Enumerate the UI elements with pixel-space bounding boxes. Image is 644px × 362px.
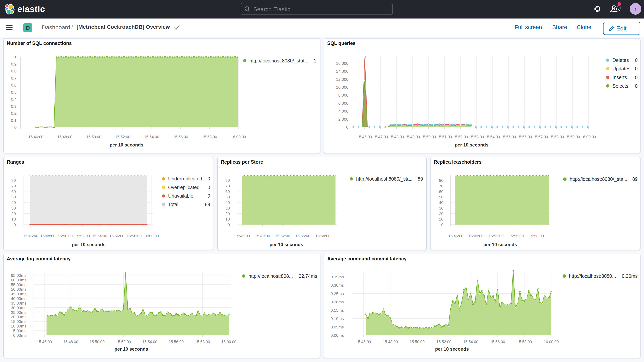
svg-text:60: 60 xyxy=(226,189,230,194)
svg-text:80: 80 xyxy=(12,178,16,182)
svg-text:10: 10 xyxy=(12,217,16,221)
svg-text:0: 0 xyxy=(208,185,210,190)
svg-text:14,000: 14,000 xyxy=(336,69,348,74)
svg-text:0: 0 xyxy=(228,222,230,227)
svg-text:12,000: 12,000 xyxy=(336,77,348,82)
svg-text:15:54:00: 15:54:00 xyxy=(142,340,157,344)
svg-text:15:46:00: 15:46:00 xyxy=(23,234,38,238)
svg-text:60.00ms: 60.00ms xyxy=(11,278,26,282)
svg-text:15:54:00: 15:54:00 xyxy=(485,135,500,139)
svg-text:16:00:00: 16:00:00 xyxy=(231,135,246,139)
svg-text:16:00:00: 16:00:00 xyxy=(581,135,596,139)
svg-text:15:46:00: 15:46:00 xyxy=(356,340,371,344)
svg-text:20.00ms: 20.00ms xyxy=(11,314,26,319)
svg-text:15:52:00: 15:52:00 xyxy=(75,234,90,238)
svg-text:89: 89 xyxy=(418,176,423,182)
svg-text:15:55:00: 15:55:00 xyxy=(295,234,310,238)
svg-text:15:52:00: 15:52:00 xyxy=(488,234,504,238)
svg-text:http://localhost:8080/_stat...: http://localhost:8080/_stat... xyxy=(250,58,308,64)
svg-text:5.00ms: 5.00ms xyxy=(13,328,26,333)
svg-text:15:58:00: 15:58:00 xyxy=(529,234,544,238)
svg-text:8,000: 8,000 xyxy=(338,93,348,97)
svg-text:0.35ms: 0.35ms xyxy=(330,275,344,279)
svg-text:0: 0 xyxy=(14,222,16,227)
svg-text:per 10 seconds: per 10 seconds xyxy=(435,346,469,352)
svg-text:0.3: 0.3 xyxy=(11,104,16,108)
svg-text:15:52:00: 15:52:00 xyxy=(275,234,290,238)
svg-text:30: 30 xyxy=(12,206,16,210)
svg-text:10: 10 xyxy=(226,217,230,221)
svg-text:15:46:00: 15:46:00 xyxy=(448,234,463,238)
svg-text:30: 30 xyxy=(226,206,230,210)
svg-text:40: 40 xyxy=(439,200,444,205)
svg-text:0.9: 0.9 xyxy=(11,62,16,66)
svg-text:89: 89 xyxy=(205,202,210,207)
svg-text:http://localhost:8080/_sta...: http://localhost:8080/_sta... xyxy=(356,176,414,182)
svg-text:50: 50 xyxy=(12,195,16,199)
svg-text:0.8: 0.8 xyxy=(11,69,16,73)
svg-text:15:46:00: 15:46:00 xyxy=(28,135,44,139)
svg-text:15:52:00: 15:52:00 xyxy=(116,340,131,344)
svg-text:16:00:00: 16:00:00 xyxy=(144,234,159,238)
svg-text:0.7: 0.7 xyxy=(11,76,16,80)
svg-text:30: 30 xyxy=(439,206,444,210)
svg-text:80: 80 xyxy=(439,178,444,182)
svg-text:per 10 seconds: per 10 seconds xyxy=(270,242,303,247)
svg-text:35.00ms: 35.00ms xyxy=(11,301,26,305)
svg-text:0: 0 xyxy=(208,193,210,198)
svg-text:Unavailable: Unavailable xyxy=(168,193,194,198)
svg-text:15:49:00: 15:49:00 xyxy=(255,234,270,238)
svg-text:20: 20 xyxy=(439,212,444,216)
svg-text:40: 40 xyxy=(12,200,16,205)
svg-text:0: 0 xyxy=(14,125,16,130)
svg-text:15:52:00: 15:52:00 xyxy=(115,135,130,139)
svg-text:15:46:00: 15:46:00 xyxy=(235,234,250,238)
svg-text:1: 1 xyxy=(14,55,16,59)
svg-text:25.00ms: 25.00ms xyxy=(11,310,26,314)
svg-text:per 10 seconds: per 10 seconds xyxy=(114,346,148,352)
svg-text:10,000: 10,000 xyxy=(336,85,348,90)
svg-text:15:59:00: 15:59:00 xyxy=(565,135,580,139)
svg-text:55.00ms: 55.00ms xyxy=(11,282,26,287)
svg-text:Selects: Selects xyxy=(612,83,628,89)
svg-text:15:58:00: 15:58:00 xyxy=(517,340,532,344)
svg-text:15:56:00: 15:56:00 xyxy=(173,135,188,139)
svg-text:Overreplicated: Overreplicated xyxy=(168,185,200,190)
svg-text:45.00ms: 45.00ms xyxy=(11,292,26,296)
svg-text:15:48:00: 15:48:00 xyxy=(383,340,398,344)
svg-text:15:58:00: 15:58:00 xyxy=(195,340,210,344)
svg-text:per 10 seconds: per 10 seconds xyxy=(484,242,517,247)
svg-text:70: 70 xyxy=(12,184,16,188)
svg-text:15:58:00: 15:58:00 xyxy=(202,135,217,139)
svg-text:15:56:00: 15:56:00 xyxy=(169,340,184,344)
svg-text:15:52:00: 15:52:00 xyxy=(453,135,468,139)
svg-text:15:58:00: 15:58:00 xyxy=(549,135,564,139)
svg-text:15.00ms: 15.00ms xyxy=(11,319,26,324)
svg-text:15:49:00: 15:49:00 xyxy=(468,234,484,238)
svg-text:15:54:00: 15:54:00 xyxy=(144,135,159,139)
svg-text:15:50:00: 15:50:00 xyxy=(421,135,436,139)
svg-text:15:50:00: 15:50:00 xyxy=(58,234,73,238)
svg-text:15:48:00: 15:48:00 xyxy=(40,234,55,238)
svg-text:15:48:00: 15:48:00 xyxy=(57,135,72,139)
svg-text:15:47:00: 15:47:00 xyxy=(373,135,388,139)
svg-text:per 10 seconds: per 10 seconds xyxy=(110,142,144,148)
svg-text:22.74ms: 22.74ms xyxy=(299,273,317,279)
svg-text:50.00ms: 50.00ms xyxy=(11,287,26,292)
svg-text:15:58:00: 15:58:00 xyxy=(126,234,142,238)
svg-text:http://localhost:8080/_sta...: http://localhost:8080/_sta... xyxy=(570,176,628,182)
svg-text:15:46:00: 15:46:00 xyxy=(37,340,52,344)
svg-text:Updates: Updates xyxy=(612,66,630,71)
svg-text:16:00:00: 16:00:00 xyxy=(221,340,236,344)
svg-text:65.00ms: 65.00ms xyxy=(11,273,26,278)
svg-text:15:54:00: 15:54:00 xyxy=(463,340,478,344)
svg-text:0.15ms: 0.15ms xyxy=(330,308,344,312)
svg-text:15:49:00: 15:49:00 xyxy=(405,135,420,139)
svg-text:Inserts: Inserts xyxy=(612,74,627,80)
svg-text:0.25ms: 0.25ms xyxy=(330,292,344,296)
svg-text:0.30ms: 0.30ms xyxy=(330,283,344,288)
svg-text:15:56:00: 15:56:00 xyxy=(517,135,532,139)
svg-text:Deletes: Deletes xyxy=(612,58,629,63)
svg-text:20: 20 xyxy=(12,212,16,216)
svg-text:per 10 seconds: per 10 seconds xyxy=(72,242,106,247)
